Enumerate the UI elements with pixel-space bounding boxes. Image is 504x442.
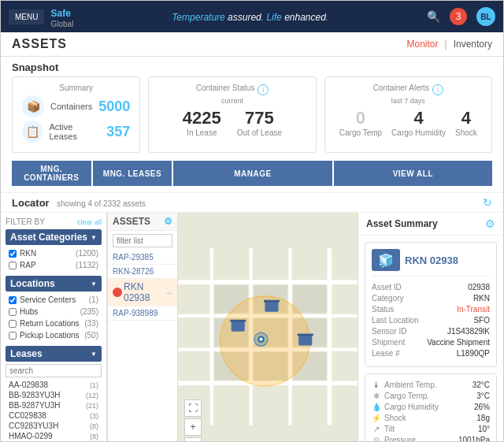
right-panel: Asset Summary ⚙ 🧊 RKN 02938 Asset ID 029… <box>358 213 503 442</box>
header-left: MENU Safe Global <box>9 6 73 28</box>
rap-checkbox[interactable] <box>9 262 17 269</box>
shipment-row: Shipment Vaccine Shipment <box>372 338 490 347</box>
avatar[interactable]: BL <box>476 7 495 26</box>
asset-categories-chevron: ▼ <box>91 234 97 241</box>
return-locations-checkbox[interactable] <box>9 320 17 328</box>
shock-label: Shock <box>455 128 477 137</box>
hubs-item[interactable]: Hubs (235) <box>6 306 102 318</box>
lease-item-cc1[interactable]: CC029838 (3) <box>6 410 102 421</box>
filter-sidebar: FILTER BY clear all Asset Categories ▼ R… <box>1 213 107 442</box>
locator-header: Locator showing 4 of 2332 assets ↻ <box>1 192 503 213</box>
menu-button[interactable]: MENU <box>9 9 44 24</box>
leases-header[interactable]: Leases ▼ <box>6 346 102 362</box>
mng-containers-button[interactable]: MNG. CONTAINERS <box>12 161 91 186</box>
asset-row-rkn02938[interactable]: RKN 02938 → <box>108 279 177 306</box>
rkn-count: (1200) <box>76 249 98 258</box>
rap-count: (1132) <box>76 261 98 269</box>
leases-value: 357 <box>106 124 130 140</box>
thermometer-icon: 🌡 <box>372 381 381 389</box>
leases-icon: 📋 <box>22 121 43 143</box>
pickup-locations-label: Pickup Locations <box>20 331 84 340</box>
pickup-locations-checkbox[interactable] <box>9 332 17 340</box>
service-centers-checkbox[interactable] <box>9 296 17 304</box>
summary-card: Summary 📦 Containers 5000 📋 Active Lease… <box>12 76 140 153</box>
locations-label: Locations <box>10 278 55 289</box>
tagline-text: Temperature <box>172 12 228 23</box>
nav-tabs: Monitor | Inventory <box>407 39 493 50</box>
lease-item-aa[interactable]: AA-029838 (1) <box>6 380 102 390</box>
nav-monitor-tab[interactable]: Monitor <box>407 39 439 50</box>
rap-filter-item[interactable]: RAP (1132) <box>6 259 102 271</box>
locator-subtitle: showing 4 of 2332 assets <box>57 199 146 208</box>
cargo-temp-icon: ❄ <box>372 392 381 400</box>
asset-row-rap29385[interactable]: RAP-29385 <box>108 251 177 265</box>
tilt-label: Tilt <box>384 425 475 433</box>
notification-badge[interactable]: 3 <box>450 8 467 25</box>
asset-detail-header: 🧊 RKN 02938 <box>372 249 490 277</box>
leases-row: 📋 Active Leases 357 <box>22 121 130 143</box>
locator-area: FILTER BY clear all Asset Categories ▼ R… <box>1 213 503 442</box>
containers-value: 5000 <box>98 98 130 115</box>
cargo-temp-label: Cargo Temp. <box>384 392 473 400</box>
leases-search-input[interactable] <box>6 364 102 377</box>
cargo-humidity-alert: 4 Cargo Humidity <box>391 108 446 137</box>
category-label: Category <box>372 294 404 303</box>
map-zoom-out-button[interactable]: − <box>184 437 202 442</box>
filter-by-label: FILTER BY <box>6 217 45 226</box>
status-card: Container Status i current 4225 In Lease… <box>148 76 316 153</box>
nav-inventory-tab[interactable]: Inventory <box>454 39 492 50</box>
svg-rect-24 <box>298 334 313 336</box>
logo-text: Safe <box>50 6 70 19</box>
view-all-button[interactable]: VIEW ALL <box>334 161 492 186</box>
lease-item-cc2[interactable]: CC9283YU3H (8) <box>6 421 102 431</box>
logo: Safe Global <box>50 6 73 28</box>
locator-title: Locator <box>12 197 50 209</box>
asset-categories-header[interactable]: Asset Categories ▼ <box>6 229 102 245</box>
rkn-checkbox[interactable] <box>9 250 17 258</box>
assets-panel-settings-icon[interactable]: ⚙ <box>164 216 172 227</box>
snapshot-header: Snapshot <box>1 57 503 76</box>
locations-header[interactable]: Locations ▼ <box>6 276 102 292</box>
search-icon[interactable]: 🔍 <box>427 10 440 23</box>
lease-item-bb1[interactable]: BB-9283YU3H (12) <box>6 390 102 400</box>
manage-button[interactable]: MANAGE <box>173 161 332 186</box>
status-card-header: Container Status i <box>158 84 306 95</box>
lease-item-bb2[interactable]: BB-9287YU3H (21) <box>6 400 102 410</box>
svg-rect-11 <box>293 285 327 314</box>
asset-id-value: 02938 <box>468 283 490 292</box>
assets-filter-input[interactable] <box>113 234 172 247</box>
locator-refresh-icon[interactable]: ↻ <box>483 196 492 209</box>
pickup-locations-item[interactable]: Pickup Locations (50) <box>6 329 102 341</box>
asset-row-rap938989[interactable]: RAP-938989 <box>108 306 177 321</box>
asset-id-label: Asset ID <box>372 283 402 292</box>
svg-rect-22 <box>264 300 280 303</box>
service-centers-item[interactable]: Service Centers (1) <box>6 294 102 306</box>
map-container: ⛶ + − <box>178 213 358 442</box>
category-row: Category RKN <box>372 294 490 303</box>
asset-row-rkn28726[interactable]: RKN-28726 <box>108 265 177 279</box>
service-centers-label: Service Centers <box>20 295 89 304</box>
rkn-label: RKN <box>20 249 76 258</box>
map-zoom-in-button[interactable]: + <box>184 418 202 436</box>
alerts-card: Container Alerts i last 7 days 0 Cargo T… <box>324 76 492 153</box>
return-locations-item[interactable]: Return Locations (33) <box>6 318 102 329</box>
mng-leases-button[interactable]: MNG. LEASES <box>93 161 172 186</box>
pressure-value: 1001hPa <box>458 436 490 442</box>
last-location-label: Last Location <box>372 316 419 325</box>
cargo-humidity-value: 26% <box>474 403 490 411</box>
locations-chevron: ▼ <box>91 280 97 288</box>
lease-item-hmao[interactable]: HMAO-0299 (8) <box>6 431 102 441</box>
right-panel-refresh-icon[interactable]: ⚙ <box>485 217 495 230</box>
rkn-filter-item[interactable]: RKN (1200) <box>6 247 102 259</box>
status-info-icon[interactable]: i <box>258 84 269 95</box>
map-fullscreen-button[interactable]: ⛶ <box>184 399 202 417</box>
asset-arrow-icon[interactable]: → <box>165 288 172 297</box>
tilt-row: ↗ Tilt 10° <box>372 425 490 433</box>
in-lease-label: In Lease <box>183 128 221 137</box>
alerts-info-icon[interactable]: i <box>432 84 443 95</box>
assets-panel-header: ASSETS ⚙ <box>108 213 177 231</box>
locations-section: Locations ▼ Service Centers (1) Hubs (23… <box>6 276 102 341</box>
hubs-checkbox[interactable] <box>9 308 17 316</box>
clear-all-button[interactable]: clear all <box>77 218 102 226</box>
map-svg <box>178 213 358 442</box>
